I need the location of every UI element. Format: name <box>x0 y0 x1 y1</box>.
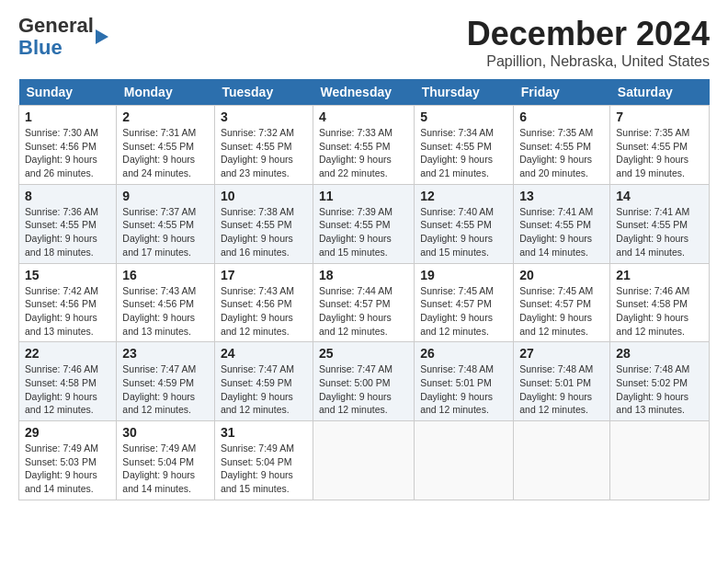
calendar-cell: 23 Sunrise: 7:47 AM Sunset: 4:59 PM Dayl… <box>117 342 215 421</box>
day-number: 2 <box>122 109 209 124</box>
month-title: December 2024 <box>467 15 710 53</box>
day-number: 20 <box>519 268 604 282</box>
day-number: 1 <box>25 109 110 124</box>
day-info: Sunrise: 7:35 AM Sunset: 4:55 PM Dayligh… <box>519 127 593 178</box>
calendar-cell: 12 Sunrise: 7:40 AM Sunset: 4:55 PM Dayl… <box>415 184 514 263</box>
day-number: 24 <box>221 346 307 361</box>
day-of-week-header: Wednesday <box>313 79 414 106</box>
day-of-week-header: Friday <box>514 79 610 106</box>
day-info: Sunrise: 7:36 AM Sunset: 4:55 PM Dayligh… <box>25 206 98 258</box>
calendar-cell: 27 Sunrise: 7:48 AM Sunset: 5:01 PM Dayl… <box>514 342 610 421</box>
day-number: 19 <box>420 268 507 282</box>
day-number: 23 <box>122 346 209 361</box>
logo-arrow-icon <box>96 29 108 44</box>
day-info: Sunrise: 7:39 AM Sunset: 4:55 PM Dayligh… <box>319 206 392 258</box>
calendar-cell <box>415 421 514 500</box>
day-number: 26 <box>420 346 507 361</box>
day-number: 15 <box>25 268 110 282</box>
day-info: Sunrise: 7:48 AM Sunset: 5:02 PM Dayligh… <box>616 363 689 415</box>
calendar-cell: 5 Sunrise: 7:34 AM Sunset: 4:55 PM Dayli… <box>415 106 514 185</box>
day-number: 9 <box>122 189 209 203</box>
day-of-week-header: Sunday <box>19 79 117 106</box>
day-number: 10 <box>221 189 307 203</box>
calendar-cell: 31 Sunrise: 7:49 AM Sunset: 5:04 PM Dayl… <box>214 421 313 500</box>
day-info: Sunrise: 7:47 AM Sunset: 4:59 PM Dayligh… <box>122 363 196 415</box>
logo-general: General <box>18 14 94 37</box>
day-info: Sunrise: 7:38 AM Sunset: 4:55 PM Dayligh… <box>221 206 294 258</box>
day-number: 4 <box>319 109 408 124</box>
day-of-week-header: Saturday <box>610 79 710 106</box>
day-info: Sunrise: 7:47 AM Sunset: 5:00 PM Dayligh… <box>319 363 392 415</box>
day-info: Sunrise: 7:32 AM Sunset: 4:55 PM Dayligh… <box>221 127 294 178</box>
calendar-cell: 3 Sunrise: 7:32 AM Sunset: 4:55 PM Dayli… <box>214 106 313 185</box>
day-number: 6 <box>519 109 604 124</box>
calendar-cell: 9 Sunrise: 7:37 AM Sunset: 4:55 PM Dayli… <box>117 184 215 263</box>
day-number: 27 <box>519 346 604 361</box>
day-info: Sunrise: 7:43 AM Sunset: 4:56 PM Dayligh… <box>221 285 294 337</box>
calendar-cell: 30 Sunrise: 7:49 AM Sunset: 5:04 PM Dayl… <box>117 421 215 500</box>
header: General Blue December 2024 Papillion, Ne… <box>18 15 710 70</box>
day-info: Sunrise: 7:31 AM Sunset: 4:55 PM Dayligh… <box>122 127 196 178</box>
day-info: Sunrise: 7:43 AM Sunset: 4:56 PM Dayligh… <box>122 285 196 337</box>
day-info: Sunrise: 7:44 AM Sunset: 4:57 PM Dayligh… <box>319 285 392 337</box>
calendar-cell: 2 Sunrise: 7:31 AM Sunset: 4:55 PM Dayli… <box>117 106 215 185</box>
day-info: Sunrise: 7:45 AM Sunset: 4:57 PM Dayligh… <box>420 285 494 337</box>
day-number: 3 <box>221 109 307 124</box>
calendar-cell: 29 Sunrise: 7:49 AM Sunset: 5:03 PM Dayl… <box>19 421 117 500</box>
day-number: 25 <box>319 346 408 361</box>
day-number: 7 <box>616 109 703 124</box>
calendar-cell: 11 Sunrise: 7:39 AM Sunset: 4:55 PM Dayl… <box>313 184 414 263</box>
day-number: 8 <box>25 189 110 203</box>
calendar-cell: 25 Sunrise: 7:47 AM Sunset: 5:00 PM Dayl… <box>313 342 414 421</box>
calendar-cell: 18 Sunrise: 7:44 AM Sunset: 4:57 PM Dayl… <box>313 263 414 342</box>
calendar-cell: 17 Sunrise: 7:43 AM Sunset: 4:56 PM Dayl… <box>214 263 313 342</box>
day-info: Sunrise: 7:41 AM Sunset: 4:55 PM Dayligh… <box>616 206 689 258</box>
logo-blue: Blue <box>18 36 63 59</box>
calendar-cell: 28 Sunrise: 7:48 AM Sunset: 5:02 PM Dayl… <box>610 342 710 421</box>
calendar-cell: 26 Sunrise: 7:48 AM Sunset: 5:01 PM Dayl… <box>415 342 514 421</box>
title-area: December 2024 Papillion, Nebraska, Unite… <box>467 15 710 70</box>
day-info: Sunrise: 7:47 AM Sunset: 4:59 PM Dayligh… <box>221 363 294 415</box>
day-number: 14 <box>616 189 703 203</box>
day-of-week-header: Monday <box>117 79 215 106</box>
day-number: 16 <box>122 268 209 282</box>
day-info: Sunrise: 7:40 AM Sunset: 4:55 PM Dayligh… <box>420 206 494 258</box>
calendar-cell: 13 Sunrise: 7:41 AM Sunset: 4:55 PM Dayl… <box>514 184 610 263</box>
calendar-cell: 8 Sunrise: 7:36 AM Sunset: 4:55 PM Dayli… <box>19 184 117 263</box>
day-info: Sunrise: 7:35 AM Sunset: 4:55 PM Dayligh… <box>616 127 689 178</box>
calendar-cell: 22 Sunrise: 7:46 AM Sunset: 4:58 PM Dayl… <box>19 342 117 421</box>
calendar-cell: 6 Sunrise: 7:35 AM Sunset: 4:55 PM Dayli… <box>514 106 610 185</box>
calendar-cell: 15 Sunrise: 7:42 AM Sunset: 4:56 PM Dayl… <box>19 263 117 342</box>
day-of-week-header: Tuesday <box>214 79 313 106</box>
day-info: Sunrise: 7:42 AM Sunset: 4:56 PM Dayligh… <box>25 285 98 337</box>
day-info: Sunrise: 7:48 AM Sunset: 5:01 PM Dayligh… <box>519 363 593 415</box>
day-info: Sunrise: 7:45 AM Sunset: 4:57 PM Dayligh… <box>519 285 593 337</box>
day-info: Sunrise: 7:34 AM Sunset: 4:55 PM Dayligh… <box>420 127 494 178</box>
day-number: 17 <box>221 268 307 282</box>
day-number: 22 <box>25 346 110 361</box>
day-number: 31 <box>221 425 307 440</box>
calendar-cell: 20 Sunrise: 7:45 AM Sunset: 4:57 PM Dayl… <box>514 263 610 342</box>
day-info: Sunrise: 7:33 AM Sunset: 4:55 PM Dayligh… <box>319 127 392 178</box>
day-number: 12 <box>420 189 507 203</box>
calendar-cell: 4 Sunrise: 7:33 AM Sunset: 4:55 PM Dayli… <box>313 106 414 185</box>
day-number: 5 <box>420 109 507 124</box>
day-info: Sunrise: 7:48 AM Sunset: 5:01 PM Dayligh… <box>420 363 494 415</box>
calendar-cell: 24 Sunrise: 7:47 AM Sunset: 4:59 PM Dayl… <box>214 342 313 421</box>
day-info: Sunrise: 7:46 AM Sunset: 4:58 PM Dayligh… <box>616 285 689 337</box>
calendar-cell: 10 Sunrise: 7:38 AM Sunset: 4:55 PM Dayl… <box>214 184 313 263</box>
day-number: 18 <box>319 268 408 282</box>
day-number: 11 <box>319 189 408 203</box>
location-title: Papillion, Nebraska, United States <box>467 53 710 70</box>
calendar-cell: 7 Sunrise: 7:35 AM Sunset: 4:55 PM Dayli… <box>610 106 710 185</box>
calendar-cell: 16 Sunrise: 7:43 AM Sunset: 4:56 PM Dayl… <box>117 263 215 342</box>
calendar-cell: 1 Sunrise: 7:30 AM Sunset: 4:56 PM Dayli… <box>19 106 117 185</box>
day-number: 30 <box>122 425 209 440</box>
calendar-cell <box>313 421 414 500</box>
day-number: 21 <box>616 268 703 282</box>
calendar-cell: 14 Sunrise: 7:41 AM Sunset: 4:55 PM Dayl… <box>610 184 710 263</box>
calendar-cell: 19 Sunrise: 7:45 AM Sunset: 4:57 PM Dayl… <box>415 263 514 342</box>
day-info: Sunrise: 7:30 AM Sunset: 4:56 PM Dayligh… <box>25 127 98 178</box>
day-info: Sunrise: 7:49 AM Sunset: 5:03 PM Dayligh… <box>25 442 98 494</box>
day-info: Sunrise: 7:41 AM Sunset: 4:55 PM Dayligh… <box>519 206 593 258</box>
